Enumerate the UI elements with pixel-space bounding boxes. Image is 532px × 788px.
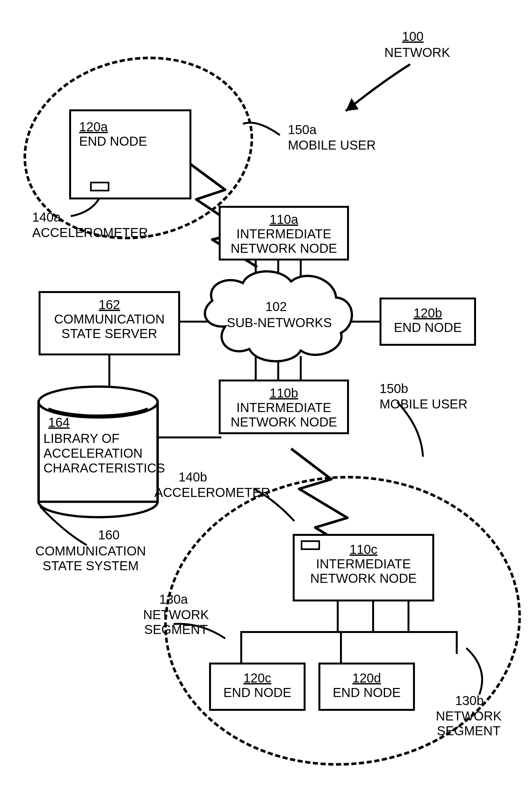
caption-accelerometer-b: ACCELEROMETER <box>154 485 270 500</box>
ref-110c: 110c <box>350 542 378 557</box>
ref-120d: 120d <box>353 671 381 685</box>
caption-commsys: COMMUNICATION STATE SYSTEM <box>35 544 146 573</box>
ref-160: 160 <box>98 528 120 542</box>
accelerometer-140b-icon <box>301 540 320 550</box>
intermediate-node-110b: 110b INTERMEDIATE NETWORK NODE <box>219 379 349 434</box>
ref-120b: 120b <box>414 306 442 320</box>
caption-network: NETWORK <box>385 45 450 60</box>
caption-mobileuser-a: MOBILE USER <box>288 138 376 153</box>
caption-intermediate-c: INTERMEDIATE NETWORK NODE <box>295 557 432 586</box>
caption-subnetworks: SUB-NETWORKS <box>227 315 330 330</box>
end-node-120d: 120d END NODE <box>318 663 415 711</box>
caption-endnode-b: END NODE <box>381 320 474 335</box>
caption-segment-b: NETWORK SEGMENT <box>436 709 501 738</box>
ref-162: 162 <box>99 297 120 312</box>
caption-mobileuser-b: MOBILE USER <box>379 397 467 411</box>
ref-140a: 140a <box>32 210 61 224</box>
end-node-120c: 120c END NODE <box>209 663 306 711</box>
ref-100: 100 <box>402 29 423 44</box>
caption-endnode-d: END NODE <box>320 685 413 700</box>
ref-150a: 150a <box>288 122 316 137</box>
end-node-120b: 120b END NODE <box>379 297 476 346</box>
ref-110b: 110b <box>270 386 298 400</box>
caption-intermediate-a: INTERMEDIATE NETWORK NODE <box>221 227 347 256</box>
ref-150b: 150b <box>379 381 408 396</box>
ref-140b: 140b <box>178 470 207 485</box>
ref-130a: 130a <box>159 592 188 607</box>
caption-intermediate-b: INTERMEDIATE NETWORK NODE <box>221 400 347 429</box>
caption-library: LIBRARY OF ACCELERATION CHARACTERISTICS <box>43 431 165 475</box>
caption-endnode-120a: END NODE <box>79 134 181 149</box>
caption-endnode-c: END NODE <box>211 685 303 700</box>
caption-commserver: COMMUNICATION STATE SERVER <box>41 312 178 341</box>
ref-164: 164 <box>48 415 70 430</box>
accelerometer-140a-icon <box>90 182 110 191</box>
caption-accelerometer-a: ACCELEROMETER <box>32 225 148 240</box>
ref-120c: 120c <box>243 671 272 685</box>
intermediate-node-110a: 110a INTERMEDIATE NETWORK NODE <box>219 206 349 260</box>
ref-110a: 110a <box>270 212 298 227</box>
ref-102: 102 <box>265 299 287 314</box>
ref-130b: 130b <box>455 693 484 708</box>
comm-state-server: 162 COMMUNICATION STATE SERVER <box>39 291 180 355</box>
caption-segment-a: NETWORK SEGMENT <box>143 607 209 637</box>
end-node-120a: 120a END NODE <box>69 110 191 199</box>
ref-120a: 120a <box>79 120 108 134</box>
